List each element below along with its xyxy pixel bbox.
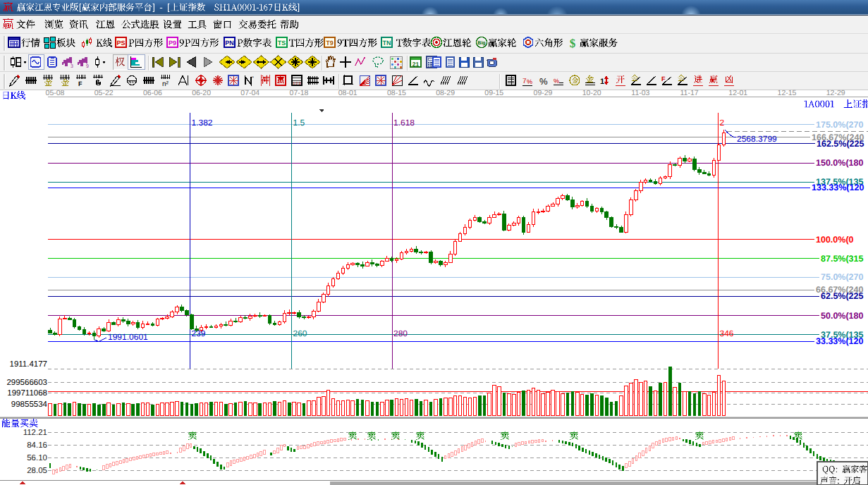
svg-text:150.0%(180: 150.0%(180 [816,158,863,168]
svg-text:12-29: 12-29 [826,89,845,97]
svg-text:133.33%(120: 133.33%(120 [812,183,864,192]
svg-text:12-15: 12-15 [778,89,797,97]
svg-text:2568.3799: 2568.3799 [737,134,777,144]
svg-text:1.382: 1.382 [192,118,213,128]
svg-text:260: 260 [293,329,307,338]
svg-text:87.5%(315: 87.5%(315 [821,254,864,264]
svg-text:28.05: 28.05 [27,467,47,475]
svg-text:T9: T9 [326,39,334,47]
svg-text:11-03: 11-03 [631,89,649,97]
svg-text:2: 2 [720,118,725,128]
svg-text:299566603: 299566603 [6,379,47,387]
svg-text:10-20: 10-20 [582,89,601,97]
svg-text:07-04: 07-04 [240,89,259,97]
svg-text:08-29: 08-29 [436,89,455,97]
svg-text:112.21: 112.21 [23,429,47,437]
svg-text:PS: PS [116,39,125,47]
svg-text:1991.0601: 1991.0601 [108,332,148,342]
svg-text:07-18: 07-18 [290,89,309,97]
svg-text:1.5: 1.5 [293,118,305,128]
svg-text:175.0%(270: 175.0%(270 [816,120,863,130]
svg-text:F: F [661,75,666,82]
svg-text:$: $ [570,37,576,50]
svg-text:Big: Big [477,40,485,46]
svg-text:50.0%(180: 50.0%(180 [821,311,864,321]
svg-text:1911.4177: 1911.4177 [9,360,47,369]
svg-text:1 2 3: 1 2 3 [293,82,300,86]
svg-text:%: % [539,76,548,87]
svg-text:TN: TN [383,39,391,47]
svg-text:1.618: 1.618 [393,118,415,128]
svg-text:P9: P9 [169,39,176,47]
svg-text:100.0%(0: 100.0%(0 [816,235,854,245]
svg-text:": " [252,75,254,82]
svg-text:1: 1 [600,78,604,86]
svg-text:75.0%(270: 75.0%(270 [821,272,864,282]
svg-text:162.5%(225: 162.5%(225 [817,139,864,149]
svg-text:05-22: 05-22 [94,89,114,97]
svg-text:06-20: 06-20 [192,89,211,97]
svg-text:%: % [527,78,532,85]
svg-text:99855534: 99855534 [11,400,48,409]
svg-text:199711068: 199711068 [7,389,47,398]
svg-text:11-17: 11-17 [680,89,699,97]
svg-text:3: 3 [71,64,73,69]
svg-text:239: 239 [192,329,206,338]
svg-text:08-15: 08-15 [387,89,406,97]
svg-text:56.10: 56.10 [27,454,47,462]
svg-text:21: 21 [412,61,420,68]
svg-text:84.16: 84.16 [27,441,47,450]
svg-text:F: F [78,80,82,87]
svg-text:05-08: 05-08 [46,89,65,97]
svg-text:12-01: 12-01 [728,89,747,97]
svg-text:62.5%(225: 62.5%(225 [821,291,864,301]
svg-text:08-01: 08-01 [338,89,357,97]
svg-text:280: 280 [393,329,408,338]
svg-text:06-06: 06-06 [143,89,162,97]
svg-text:PN: PN [225,39,234,47]
svg-text:09-15: 09-15 [484,89,503,97]
svg-text:%: % [554,78,559,85]
svg-text:n²: n² [162,80,169,88]
svg-text:TS: TS [278,39,286,47]
svg-text:9: 9 [86,64,89,69]
svg-text:09-29: 09-29 [534,89,553,97]
svg-text:33.33%(120: 33.33%(120 [816,336,863,346]
svg-text:346: 346 [720,329,734,338]
